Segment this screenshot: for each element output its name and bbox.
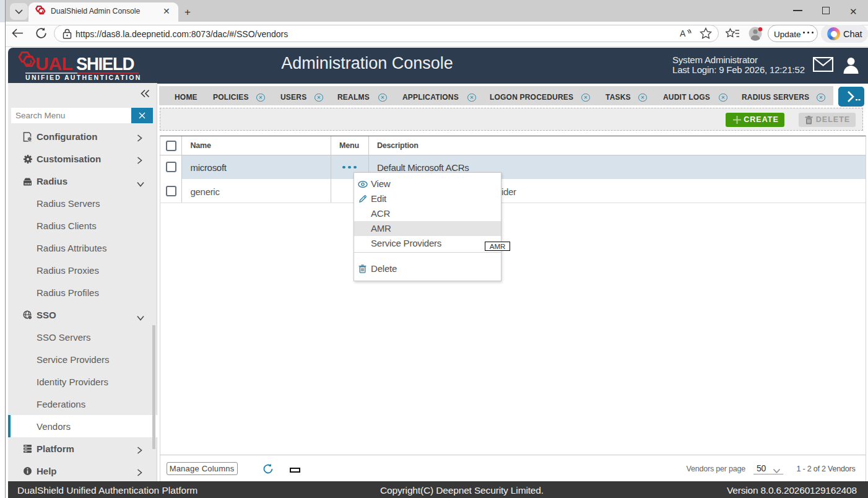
svg-text:A: A (680, 28, 686, 38)
